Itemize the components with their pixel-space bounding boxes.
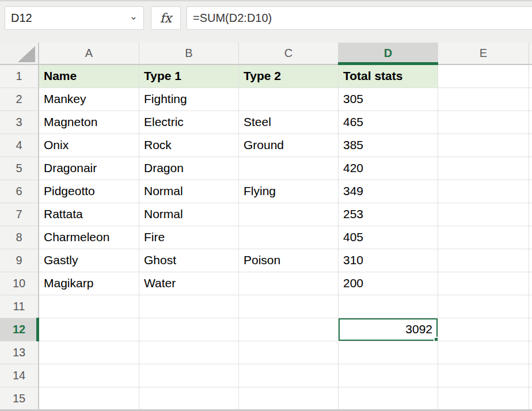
cell-E5[interactable] [438, 157, 529, 180]
cell-C15[interactable] [239, 387, 339, 410]
chevron-down-icon[interactable]: ⌄ [130, 12, 138, 21]
cell-E15[interactable] [438, 387, 529, 410]
cell-B8[interactable]: Fire [139, 226, 239, 249]
cell-B4[interactable]: Rock [139, 134, 239, 157]
cell-C7[interactable] [239, 203, 339, 226]
cell-C3[interactable]: Steel [239, 111, 339, 134]
row-header-8[interactable]: 8 [0, 226, 39, 249]
row-header-14[interactable]: 14 [0, 364, 39, 387]
row-header-7[interactable]: 7 [0, 203, 39, 226]
column-header-D[interactable]: D [339, 43, 438, 65]
name-box[interactable]: D12 ⌄ [5, 6, 144, 30]
cell-E7[interactable] [438, 203, 529, 226]
row-header-10[interactable]: 10 [0, 272, 39, 295]
cell-C13[interactable] [239, 341, 339, 364]
cell-E11[interactable] [438, 295, 529, 318]
row-header-5[interactable]: 5 [0, 157, 39, 180]
cell-B11[interactable] [139, 295, 239, 318]
cell-D6[interactable]: 349 [339, 180, 438, 203]
cell-E13[interactable] [438, 341, 529, 364]
cell-A7[interactable]: Rattata [39, 203, 139, 226]
cell-E12[interactable] [438, 318, 529, 341]
cell-E10[interactable] [438, 272, 529, 295]
cell-C2[interactable] [239, 88, 339, 111]
cell-D4[interactable]: 385 [339, 134, 438, 157]
cell-D15[interactable] [339, 387, 438, 410]
cell-D3[interactable]: 465 [339, 111, 438, 134]
cell-D10[interactable]: 200 [339, 272, 438, 295]
cell-A9[interactable]: Gastly [39, 249, 139, 272]
cell-E9[interactable] [438, 249, 529, 272]
cell-D1[interactable]: Total stats [339, 65, 438, 88]
cell-A3[interactable]: Magneton [39, 111, 139, 134]
cell-E8[interactable] [438, 226, 529, 249]
cell-D12[interactable]: 3092 [339, 318, 438, 341]
row-header-6[interactable]: 6 [0, 180, 39, 203]
cell-C10[interactable] [239, 272, 339, 295]
cell-A11[interactable] [39, 295, 139, 318]
formula-input[interactable]: =SUM(D2:D10) [187, 6, 532, 30]
cell-C5[interactable] [239, 157, 339, 180]
cell-A1[interactable]: Name [39, 65, 139, 88]
column-header-C[interactable]: C [239, 43, 339, 65]
row-header-15[interactable]: 15 [0, 387, 39, 410]
cell-C8[interactable] [239, 226, 339, 249]
cell-D8[interactable]: 405 [339, 226, 438, 249]
cell-B1[interactable]: Type 1 [139, 65, 239, 88]
cell-C14[interactable] [239, 364, 339, 387]
insert-function-button[interactable]: fx [151, 6, 181, 30]
cell-D13[interactable] [339, 341, 438, 364]
cell-D9[interactable]: 310 [339, 249, 438, 272]
cell-D2[interactable]: 305 [339, 88, 438, 111]
cell-B6[interactable]: Normal [139, 180, 239, 203]
cell-E4[interactable] [438, 134, 529, 157]
cell-C1[interactable]: Type 2 [239, 65, 339, 88]
cell-B3[interactable]: Electric [139, 111, 239, 134]
column-header-B[interactable]: B [139, 43, 239, 65]
cell-B12[interactable] [139, 318, 239, 341]
cell-C4[interactable]: Ground [239, 134, 339, 157]
cell-A6[interactable]: Pidgeotto [39, 180, 139, 203]
row-header-13[interactable]: 13 [0, 341, 39, 364]
cell-A8[interactable]: Charmeleon [39, 226, 139, 249]
cell-B9[interactable]: Ghost [139, 249, 239, 272]
cell-A14[interactable] [39, 364, 139, 387]
row-header-12[interactable]: 12 [0, 318, 39, 341]
cell-D11[interactable] [339, 295, 438, 318]
cell-A10[interactable]: Magikarp [39, 272, 139, 295]
cell-B13[interactable] [139, 341, 239, 364]
row-header-4[interactable]: 4 [0, 134, 39, 157]
row-header-1[interactable]: 1 [0, 65, 39, 88]
cell-A4[interactable]: Onix [39, 134, 139, 157]
cell-E1[interactable] [438, 65, 529, 88]
cell-D7[interactable]: 253 [339, 203, 438, 226]
cell-D14[interactable] [339, 364, 438, 387]
cell-A15[interactable] [39, 387, 139, 410]
column-header-A[interactable]: A [39, 43, 139, 65]
cell-B14[interactable] [139, 364, 239, 387]
cell-D5[interactable]: 420 [339, 157, 438, 180]
cell-B15[interactable] [139, 387, 239, 410]
cell-C11[interactable] [239, 295, 339, 318]
row-header-11[interactable]: 11 [0, 295, 39, 318]
cell-B7[interactable]: Normal [139, 203, 239, 226]
row-header-9[interactable]: 9 [0, 249, 39, 272]
cell-C9[interactable]: Poison [239, 249, 339, 272]
cell-E2[interactable] [438, 88, 529, 111]
cell-A12[interactable] [39, 318, 139, 341]
cell-A2[interactable]: Mankey [39, 88, 139, 111]
row-header-3[interactable]: 3 [0, 111, 39, 134]
cell-E14[interactable] [438, 364, 529, 387]
cell-A5[interactable]: Dragonair [39, 157, 139, 180]
cell-A13[interactable] [39, 341, 139, 364]
cell-C6[interactable]: Flying [239, 180, 339, 203]
cell-B2[interactable]: Fighting [139, 88, 239, 111]
select-all-corner[interactable] [0, 43, 39, 65]
cell-E6[interactable] [438, 180, 529, 203]
cell-E3[interactable] [438, 111, 529, 134]
cell-B5[interactable]: Dragon [139, 157, 239, 180]
cell-B10[interactable]: Water [139, 272, 239, 295]
column-header-E[interactable]: E [438, 43, 529, 65]
cell-C12[interactable] [239, 318, 339, 341]
row-header-2[interactable]: 2 [0, 88, 39, 111]
